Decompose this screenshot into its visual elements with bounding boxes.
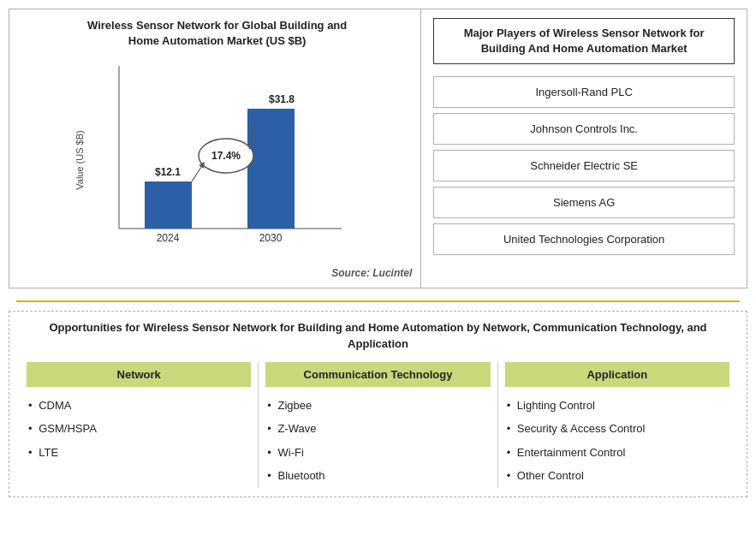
bullet-icon: •: [28, 420, 33, 437]
arrow-left: [192, 164, 203, 181]
comm-tech-item-0: • Zigbee: [265, 394, 490, 418]
player-johnson: Johnson Controls Inc.: [433, 113, 735, 145]
main-container: Wireless Sensor Network for Global Build…: [0, 0, 756, 506]
player-united: United Technologies Corporation: [433, 223, 735, 255]
col-network: Network • CDMA • GSM/HSPA • LTE: [20, 362, 259, 488]
chart-area: Wireless Sensor Network for Global Build…: [9, 9, 421, 288]
comm-tech-item-2: • Wi-Fi: [265, 441, 490, 465]
bullet-icon: •: [267, 397, 271, 414]
col-comm-tech-header: Communication Technology: [265, 362, 490, 387]
cagr-value: 17.4%: [211, 150, 241, 162]
major-players-area: Major Players of Wireless Sensor Network…: [421, 9, 747, 288]
chart-svg-container: Value (US $B) $12.1 2024 $31.8 2030 1: [22, 57, 412, 263]
bar-2030-value: $31.8: [269, 93, 295, 105]
bullet-icon: •: [28, 444, 33, 461]
app-item-1: • Security & Access Control: [505, 417, 729, 441]
app-item-3: • Other Control: [505, 464, 729, 488]
network-item-1: • GSM/HSPA: [27, 417, 251, 441]
player-schneider: Schneider Electric SE: [433, 150, 735, 181]
bar-2024-value: $12.1: [155, 166, 181, 178]
opportunities-title: Opportunities for Wireless Sensor Networ…: [20, 320, 736, 351]
bottom-section: Opportunities for Wireless Sensor Networ…: [9, 311, 747, 496]
bullet-icon: •: [267, 444, 271, 461]
bar-2024-label: 2024: [156, 232, 179, 244]
columns-row: Network • CDMA • GSM/HSPA • LTE Communic…: [20, 362, 736, 488]
major-players-title: Major Players of Wireless Sensor Network…: [433, 18, 735, 64]
bullet-icon: •: [507, 420, 511, 437]
source-label: Source: Lucintel: [22, 267, 412, 279]
network-item-2: • LTE: [27, 441, 251, 465]
app-item-0: • Lighting Control: [505, 394, 729, 418]
bar-chart-svg: Value (US $B) $12.1 2024 $31.8 2030 1: [68, 57, 367, 263]
col-comm-tech: Communication Technology • Zigbee • Z-Wa…: [259, 362, 497, 488]
bar-2030-label: 2030: [259, 232, 282, 244]
chart-title: Wireless Sensor Network for Global Build…: [87, 18, 347, 49]
bullet-icon: •: [267, 467, 271, 485]
y-axis-label: Value (US $B): [74, 131, 85, 191]
col-application-header: Application: [505, 362, 729, 387]
player-siemens: Siemens AG: [433, 187, 735, 218]
bullet-icon: •: [507, 397, 511, 414]
col-network-header: Network: [27, 362, 251, 387]
bullet-icon: •: [267, 420, 271, 437]
bullet-icon: •: [28, 397, 33, 414]
top-section: Wireless Sensor Network for Global Build…: [9, 9, 747, 288]
bullet-icon: •: [507, 467, 511, 485]
player-ingersoll: Ingersoll-Rand PLC: [433, 76, 735, 108]
bar-2024: [145, 181, 192, 229]
comm-tech-item-1: • Z-Wave: [265, 417, 490, 441]
network-item-0: • CDMA: [27, 394, 251, 418]
comm-tech-item-3: • Bluetooth: [265, 464, 490, 488]
bullet-icon: •: [507, 444, 511, 461]
app-item-2: • Entertainment Control: [505, 441, 729, 465]
divider-line: [16, 300, 741, 302]
col-application: Application • Lighting Control • Securit…: [498, 362, 736, 488]
